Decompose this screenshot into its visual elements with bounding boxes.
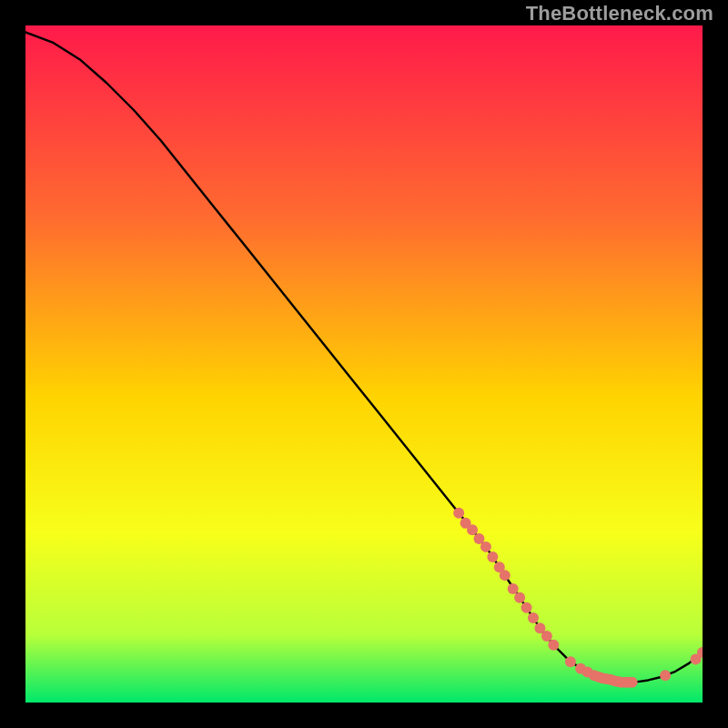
data-dot (528, 612, 539, 623)
data-dot (548, 640, 559, 651)
plot-area (25, 25, 703, 703)
watermark-text: TheBottleneck.com (526, 2, 713, 25)
data-dot (514, 592, 525, 603)
gradient-background (25, 25, 703, 703)
plot-svg (25, 25, 703, 703)
data-dot (660, 670, 671, 681)
data-dot (500, 570, 511, 581)
data-dot (487, 551, 498, 562)
data-dot (521, 602, 532, 613)
data-dot (627, 677, 638, 688)
data-dot (508, 583, 519, 594)
data-dot (453, 508, 464, 519)
data-dot (480, 541, 491, 552)
chart-frame: TheBottleneck.com (0, 0, 728, 728)
data-dot (541, 631, 552, 642)
data-dot (467, 524, 478, 535)
data-dot (565, 656, 576, 667)
